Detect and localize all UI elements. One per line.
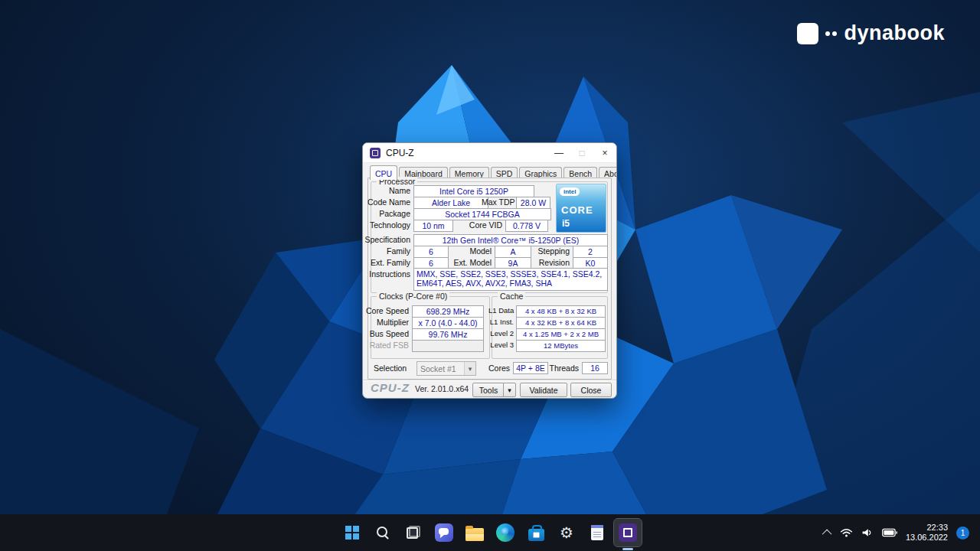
chat-button[interactable] xyxy=(430,519,458,546)
tray-date: 13.06.2022 xyxy=(906,533,948,543)
desktop: dynabook CPU-Z — □ × CPU Mainboard Memor… xyxy=(0,0,980,551)
package-value: Socket 1744 FCBGA xyxy=(413,208,551,220)
stepping-label: Stepping xyxy=(531,246,570,256)
dynabook-mark-icon xyxy=(797,23,818,44)
specification-label: Specification xyxy=(363,235,410,244)
cpuz-taskbar-button[interactable] xyxy=(614,519,642,546)
l1-data-label: L1 Data xyxy=(488,306,514,315)
max-tdp-label: Max TDP xyxy=(482,197,514,207)
task-view-button[interactable] xyxy=(400,519,427,546)
titlebar[interactable]: CPU-Z — □ × xyxy=(363,143,616,163)
technology-label: Technology xyxy=(363,220,410,230)
core-wordmark: CORE xyxy=(561,204,593,216)
folder-icon xyxy=(466,528,484,541)
bus-speed-label: Bus Speed xyxy=(363,329,409,338)
tray-time: 22:33 xyxy=(926,523,948,533)
volume-icon[interactable] xyxy=(861,527,874,538)
validate-button[interactable]: Validate xyxy=(520,383,567,397)
close-button[interactable]: Close xyxy=(570,383,612,397)
intel-logo: intel xyxy=(560,187,580,196)
model-label: Model xyxy=(449,246,492,256)
instructions-value: MMX, SSE, SSE2, SSE3, SSSE3, SSE4.1, SSE… xyxy=(413,268,608,291)
stepping-value: 2 xyxy=(573,246,608,258)
socket-select[interactable]: Socket #1 ▾ xyxy=(416,361,476,376)
clocks-legend: Clocks (P-Core #0) xyxy=(377,292,449,301)
footer-divider xyxy=(363,380,616,380)
tools-dropdown-icon[interactable]: ▾ xyxy=(503,383,516,397)
rated-fsb-value xyxy=(412,340,484,352)
name-label: Name xyxy=(363,186,410,195)
dynabook-wordmark: dynabook xyxy=(844,21,945,45)
minimize-icon[interactable]: — xyxy=(547,143,570,162)
cpuz-icon xyxy=(619,523,637,542)
core-vid-label: Core VID xyxy=(456,220,502,230)
level3-value: 12 MBytes xyxy=(516,340,606,352)
level2-label: Level 2 xyxy=(488,329,514,337)
level2-value: 4 x 1.25 MB + 2 x 2 MB xyxy=(516,328,606,341)
notepad-button[interactable] xyxy=(583,519,611,546)
chevron-up-icon[interactable] xyxy=(822,529,832,539)
cores-label: Cores xyxy=(485,364,510,373)
core-speed-label: Core Speed xyxy=(363,306,409,315)
specification-value: 12th Gen Intel® Core™ i5-1250P (ES) xyxy=(413,234,608,246)
windows-start-icon xyxy=(345,526,359,540)
task-view-icon xyxy=(407,526,420,540)
instructions-label: Instructions xyxy=(363,269,410,279)
cpuz-footer-logo: CPU-Z xyxy=(371,381,410,394)
tab-cpu[interactable]: CPU xyxy=(370,165,397,180)
tools-button[interactable]: Tools xyxy=(472,383,505,397)
threads-value: 16 xyxy=(582,362,608,374)
l1-inst-value: 4 x 32 KB + 8 x 64 KB xyxy=(516,317,606,329)
notepad-icon xyxy=(591,525,603,540)
notification-badge[interactable]: 1 xyxy=(956,527,969,540)
technology-value: 10 nm xyxy=(413,220,453,232)
dynabook-dots-icon xyxy=(825,31,837,36)
code-name-value: Alder Lake xyxy=(413,197,488,209)
start-button[interactable] xyxy=(338,519,366,546)
store-button[interactable] xyxy=(522,519,550,546)
chat-icon xyxy=(435,523,453,542)
code-name-label: Code Name xyxy=(363,197,410,207)
name-value: Intel Core i5 1250P xyxy=(413,185,534,197)
edge-button[interactable] xyxy=(492,519,519,546)
family-value: 6 xyxy=(413,246,449,258)
ext-model-label: Ext. Model xyxy=(449,258,492,267)
threads-label: Threads xyxy=(548,364,579,373)
cores-value: 4P + 8E xyxy=(513,362,548,374)
cache-legend: Cache xyxy=(498,292,525,301)
chevron-down-icon[interactable]: ▾ xyxy=(464,362,475,375)
gear-icon: ⚙ xyxy=(560,525,573,540)
version-text: Ver. 2.01.0.x64 xyxy=(415,384,469,393)
package-label: Package xyxy=(363,209,410,218)
wifi-icon[interactable] xyxy=(840,527,853,538)
file-explorer-button[interactable] xyxy=(461,519,488,546)
core-speed-value: 698.29 MHz xyxy=(412,305,484,318)
family-label: Family xyxy=(363,246,410,256)
l1-inst-label: L1 Inst. xyxy=(488,318,514,326)
edge-icon xyxy=(496,523,514,542)
search-button[interactable] xyxy=(369,519,397,546)
revision-label: Revision xyxy=(531,258,570,267)
close-icon[interactable]: × xyxy=(593,143,616,162)
socket-select-value: Socket #1 xyxy=(417,364,464,373)
window-title: CPU-Z xyxy=(386,148,414,158)
cpuz-window: CPU-Z — □ × CPU Mainboard Memory SPD Gra… xyxy=(362,142,617,399)
i5-wordmark: i5 xyxy=(562,218,570,229)
taskbar: ⚙ 22:33 13.06.2022 xyxy=(0,514,980,551)
cpuz-app-icon xyxy=(370,148,381,158)
selection-label: Selection xyxy=(374,364,410,373)
settings-button[interactable]: ⚙ xyxy=(553,519,580,546)
rated-fsb-label: Rated FSB xyxy=(363,341,409,350)
intel-core-i5-badge: intel CORE i5 xyxy=(556,184,606,233)
max-tdp-value: 28.0 W xyxy=(516,197,550,209)
multiplier-value: x 7.0 (4.0 - 44.0) xyxy=(412,317,484,329)
l1-data-value: 4 x 48 KB + 8 x 32 KB xyxy=(516,305,606,318)
dynabook-logo: dynabook xyxy=(797,21,945,45)
search-icon xyxy=(376,526,390,540)
level3-label: Level 3 xyxy=(488,341,514,349)
multiplier-label: Multiplier xyxy=(363,318,409,327)
bus-speed-value: 99.76 MHz xyxy=(412,328,484,341)
battery-icon[interactable] xyxy=(882,528,897,537)
taskbar-clock[interactable]: 22:33 13.06.2022 xyxy=(906,523,948,543)
maximize-icon: □ xyxy=(570,143,593,162)
